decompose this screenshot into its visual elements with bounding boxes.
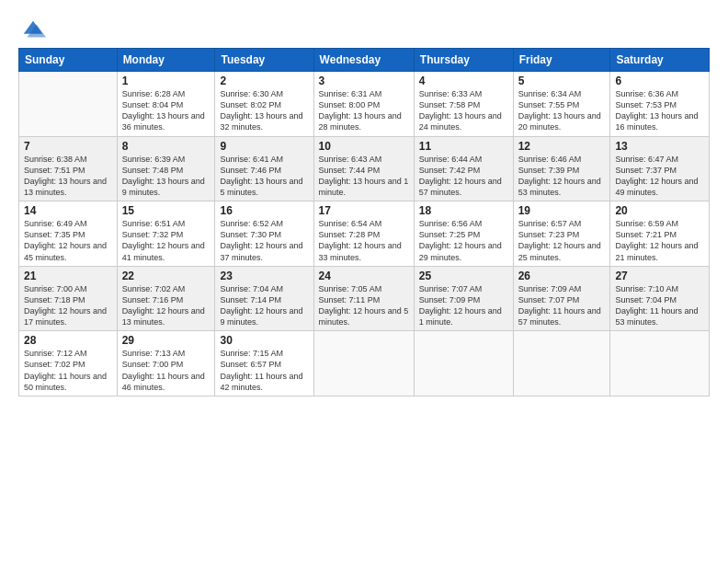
day-info: Sunrise: 6:33 AMSunset: 7:58 PMDaylight:… (419, 88, 508, 133)
day-number: 20 (615, 204, 704, 217)
day-number: 30 (220, 334, 308, 347)
weekday-header-monday: Monday (117, 49, 215, 72)
page: SundayMondayTuesdayWednesdayThursdayFrid… (0, 0, 728, 563)
day-info: Sunrise: 6:51 AMSunset: 7:32 PMDaylight:… (122, 218, 210, 263)
day-number: 12 (518, 140, 606, 153)
weekday-header-row: SundayMondayTuesdayWednesdayThursdayFrid… (19, 49, 710, 72)
day-info: Sunrise: 7:04 AMSunset: 7:14 PMDaylight:… (220, 283, 308, 328)
day-cell: 25Sunrise: 7:07 AMSunset: 7:09 PMDayligh… (414, 266, 513, 331)
day-number: 6 (615, 75, 704, 87)
day-info: Sunrise: 6:34 AMSunset: 7:55 PMDaylight:… (518, 88, 606, 133)
day-cell: 2Sunrise: 6:30 AMSunset: 8:02 PMDaylight… (215, 72, 313, 137)
day-number: 3 (319, 75, 409, 87)
day-info: Sunrise: 6:46 AMSunset: 7:39 PMDaylight:… (518, 154, 606, 199)
day-number: 14 (24, 204, 112, 217)
day-info: Sunrise: 6:38 AMSunset: 7:51 PMDaylight:… (24, 154, 112, 199)
day-info: Sunrise: 6:57 AMSunset: 7:23 PMDaylight:… (518, 218, 606, 263)
day-number: 1 (122, 75, 210, 87)
day-info: Sunrise: 6:36 AMSunset: 7:53 PMDaylight:… (615, 88, 704, 133)
day-number: 17 (319, 204, 409, 217)
day-number: 18 (419, 204, 508, 217)
day-number: 19 (518, 204, 606, 217)
week-row-1: 1Sunrise: 6:28 AMSunset: 8:04 PMDaylight… (19, 72, 710, 137)
day-number: 22 (122, 270, 210, 282)
day-cell (19, 72, 118, 137)
day-cell: 30Sunrise: 7:15 AMSunset: 6:57 PMDayligh… (215, 331, 313, 396)
day-info: Sunrise: 6:49 AMSunset: 7:35 PMDaylight:… (24, 218, 112, 263)
day-cell: 22Sunrise: 7:02 AMSunset: 7:16 PMDayligh… (117, 266, 215, 331)
day-info: Sunrise: 7:05 AMSunset: 7:11 PMDaylight:… (319, 283, 409, 328)
day-cell: 16Sunrise: 6:52 AMSunset: 7:30 PMDayligh… (215, 201, 313, 267)
day-info: Sunrise: 7:15 AMSunset: 6:57 PMDaylight:… (220, 348, 308, 393)
day-info: Sunrise: 6:28 AMSunset: 8:04 PMDaylight:… (122, 88, 210, 133)
day-number: 27 (615, 270, 704, 282)
day-info: Sunrise: 7:07 AMSunset: 7:09 PMDaylight:… (419, 283, 508, 328)
day-number: 9 (220, 140, 308, 153)
day-info: Sunrise: 6:56 AMSunset: 7:25 PMDaylight:… (419, 218, 508, 263)
day-info: Sunrise: 7:02 AMSunset: 7:16 PMDaylight:… (122, 283, 210, 328)
day-cell: 29Sunrise: 7:13 AMSunset: 7:00 PMDayligh… (117, 331, 215, 396)
weekday-header-sunday: Sunday (19, 49, 118, 72)
day-cell: 28Sunrise: 7:12 AMSunset: 7:02 PMDayligh… (19, 331, 118, 396)
day-cell: 23Sunrise: 7:04 AMSunset: 7:14 PMDayligh… (215, 266, 313, 331)
day-number: 11 (419, 140, 508, 153)
day-info: Sunrise: 7:12 AMSunset: 7:02 PMDaylight:… (24, 348, 112, 393)
day-info: Sunrise: 6:47 AMSunset: 7:37 PMDaylight:… (615, 154, 704, 199)
day-cell: 6Sunrise: 6:36 AMSunset: 7:53 PMDaylight… (610, 72, 710, 137)
day-number: 13 (615, 140, 704, 153)
day-info: Sunrise: 6:41 AMSunset: 7:46 PMDaylight:… (220, 154, 308, 199)
day-cell: 14Sunrise: 6:49 AMSunset: 7:35 PMDayligh… (19, 201, 118, 267)
day-cell: 20Sunrise: 6:59 AMSunset: 7:21 PMDayligh… (610, 201, 710, 267)
weekday-header-thursday: Thursday (414, 49, 513, 72)
day-number: 4 (419, 75, 508, 87)
day-cell: 21Sunrise: 7:00 AMSunset: 7:18 PMDayligh… (19, 266, 118, 331)
logo (18, 17, 46, 39)
day-number: 16 (220, 204, 308, 217)
day-info: Sunrise: 6:30 AMSunset: 8:02 PMDaylight:… (220, 88, 308, 133)
day-number: 15 (122, 204, 210, 217)
day-cell (414, 331, 513, 396)
day-cell: 18Sunrise: 6:56 AMSunset: 7:25 PMDayligh… (414, 201, 513, 267)
day-cell: 27Sunrise: 7:10 AMSunset: 7:04 PMDayligh… (610, 266, 710, 331)
calendar: SundayMondayTuesdayWednesdayThursdayFrid… (18, 48, 710, 396)
day-info: Sunrise: 6:54 AMSunset: 7:28 PMDaylight:… (319, 218, 409, 263)
day-info: Sunrise: 7:10 AMSunset: 7:04 PMDaylight:… (615, 283, 704, 328)
day-cell (313, 331, 414, 396)
weekday-header-friday: Friday (513, 49, 610, 72)
day-info: Sunrise: 6:43 AMSunset: 7:44 PMDaylight:… (319, 154, 409, 199)
header (18, 17, 710, 39)
day-info: Sunrise: 6:39 AMSunset: 7:48 PMDaylight:… (122, 154, 210, 199)
day-cell: 11Sunrise: 6:44 AMSunset: 7:42 PMDayligh… (414, 136, 513, 201)
weekday-header-saturday: Saturday (610, 49, 710, 72)
day-number: 25 (419, 270, 508, 282)
week-row-2: 7Sunrise: 6:38 AMSunset: 7:51 PMDaylight… (19, 136, 710, 201)
day-number: 21 (24, 270, 112, 282)
day-number: 28 (24, 334, 112, 347)
day-number: 5 (518, 75, 606, 87)
weekday-header-wednesday: Wednesday (313, 49, 414, 72)
day-cell: 19Sunrise: 6:57 AMSunset: 7:23 PMDayligh… (513, 201, 610, 267)
logo-icon (20, 17, 46, 42)
week-row-3: 14Sunrise: 6:49 AMSunset: 7:35 PMDayligh… (19, 201, 710, 267)
day-cell: 12Sunrise: 6:46 AMSunset: 7:39 PMDayligh… (513, 136, 610, 201)
weekday-header-tuesday: Tuesday (215, 49, 313, 72)
day-number: 29 (122, 334, 210, 347)
day-number: 8 (122, 140, 210, 153)
day-info: Sunrise: 6:52 AMSunset: 7:30 PMDaylight:… (220, 218, 308, 263)
day-cell: 7Sunrise: 6:38 AMSunset: 7:51 PMDaylight… (19, 136, 118, 201)
day-cell: 8Sunrise: 6:39 AMSunset: 7:48 PMDaylight… (117, 136, 215, 201)
day-cell: 1Sunrise: 6:28 AMSunset: 8:04 PMDaylight… (117, 72, 215, 137)
day-cell: 10Sunrise: 6:43 AMSunset: 7:44 PMDayligh… (313, 136, 414, 201)
day-cell (610, 331, 710, 396)
day-info: Sunrise: 6:59 AMSunset: 7:21 PMDaylight:… (615, 218, 704, 263)
day-cell: 4Sunrise: 6:33 AMSunset: 7:58 PMDaylight… (414, 72, 513, 137)
day-cell: 13Sunrise: 6:47 AMSunset: 7:37 PMDayligh… (610, 136, 710, 201)
day-number: 7 (24, 140, 112, 153)
day-number: 23 (220, 270, 308, 282)
day-number: 10 (319, 140, 409, 153)
day-number: 2 (220, 75, 308, 87)
day-cell: 17Sunrise: 6:54 AMSunset: 7:28 PMDayligh… (313, 201, 414, 267)
day-info: Sunrise: 6:44 AMSunset: 7:42 PMDaylight:… (419, 154, 508, 199)
day-cell: 9Sunrise: 6:41 AMSunset: 7:46 PMDaylight… (215, 136, 313, 201)
week-row-5: 28Sunrise: 7:12 AMSunset: 7:02 PMDayligh… (19, 331, 710, 396)
